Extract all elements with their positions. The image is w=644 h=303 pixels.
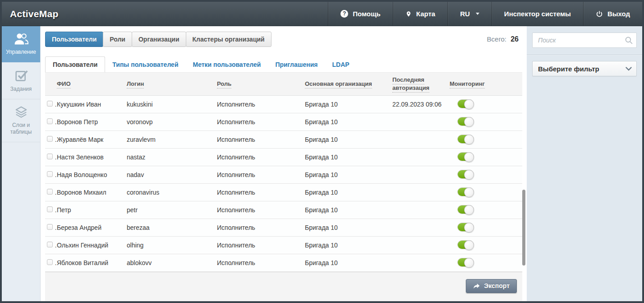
filter-select[interactable]: Выберите фильтр bbox=[532, 61, 637, 76]
chevron-down-icon bbox=[626, 67, 632, 71]
row-checkbox[interactable] bbox=[47, 224, 53, 230]
monitoring-toggle[interactable] bbox=[457, 152, 474, 161]
monitoring-toggle[interactable] bbox=[457, 99, 474, 108]
column-header-last-auth[interactable]: Последняя авторизация bbox=[392, 76, 450, 92]
monitoring-cell bbox=[450, 170, 522, 180]
monitoring-toggle[interactable] bbox=[457, 135, 474, 144]
monitoring-toggle[interactable] bbox=[457, 117, 474, 126]
user-name: Кукушкин Иван bbox=[57, 101, 127, 108]
table-footer: Экспорт bbox=[45, 272, 522, 301]
nav-help[interactable]: ? Помощь bbox=[328, 2, 393, 26]
help-icon: ? bbox=[340, 10, 348, 18]
sidebar-item-management[interactable]: Управление bbox=[2, 26, 40, 62]
table-row[interactable]: Настя Зеленков nastaz Исполнитель Бригад… bbox=[45, 149, 522, 166]
user-role: Исполнитель bbox=[217, 118, 305, 126]
column-header-monitoring[interactable]: Мониторинг bbox=[450, 80, 522, 88]
total-count: Всего: 26 bbox=[487, 35, 519, 43]
monitoring-toggle[interactable] bbox=[457, 223, 474, 232]
subtab-user-labels[interactable]: Метки пользователей bbox=[185, 57, 268, 72]
row-checkbox[interactable] bbox=[47, 101, 53, 107]
nav-language-label: RU bbox=[460, 10, 470, 18]
column-header-login[interactable]: Логин bbox=[127, 80, 217, 88]
user-login: kukuskini bbox=[127, 101, 217, 108]
sidebar-item-label: Управление bbox=[6, 49, 36, 56]
topbar: ActiveMap ? Помощь Карта RU Инспек bbox=[2, 2, 642, 26]
monitoring-toggle[interactable] bbox=[457, 205, 474, 214]
user-role: Исполнитель bbox=[217, 242, 305, 249]
user-login: voronovp bbox=[127, 118, 217, 126]
table-row[interactable]: Кукушкин Иван kukuskini Исполнитель Бриг… bbox=[45, 96, 522, 113]
nav-system-inspector[interactable]: Инспектор системы bbox=[492, 2, 583, 26]
user-login: ablokovv bbox=[127, 259, 217, 266]
subtab-ldap[interactable]: LDAP bbox=[325, 57, 356, 72]
nav-map[interactable]: Карта bbox=[393, 2, 447, 26]
row-checkbox[interactable] bbox=[47, 118, 53, 124]
user-organization: Бригада 10 bbox=[305, 259, 392, 266]
row-checkbox[interactable] bbox=[47, 259, 53, 265]
table-row[interactable]: Воронов Михаил coronavirus Исполнитель Б… bbox=[45, 184, 522, 201]
user-login: berezaa bbox=[127, 224, 217, 231]
row-checkbox-cell bbox=[45, 259, 57, 266]
user-name: Яблоков Виталий bbox=[57, 259, 127, 266]
search-icon[interactable] bbox=[625, 36, 633, 47]
user-organization: Бригада 10 bbox=[305, 206, 392, 214]
panel-divider bbox=[527, 55, 642, 55]
sidebar-item-layers[interactable]: Слои и таблицы bbox=[2, 99, 40, 142]
nav-language-select[interactable]: RU bbox=[447, 2, 492, 26]
nav-logout-label: Выход bbox=[607, 10, 630, 18]
monitoring-toggle[interactable] bbox=[457, 240, 474, 249]
user-login: olhing bbox=[127, 242, 217, 249]
user-organization: Бригада 10 bbox=[305, 242, 392, 249]
monitoring-toggle[interactable] bbox=[457, 187, 474, 196]
table-scrollbar-thumb[interactable] bbox=[522, 190, 525, 266]
search-input[interactable] bbox=[537, 36, 622, 44]
table-row[interactable]: Ольхин Геннадий olhing Исполнитель Брига… bbox=[45, 237, 522, 254]
row-checkbox[interactable] bbox=[47, 154, 53, 159]
sidebar-item-tasks[interactable]: Задания bbox=[2, 62, 40, 99]
nav-logout[interactable]: Выход bbox=[583, 2, 642, 26]
user-name: Журавлёв Марк bbox=[57, 136, 127, 143]
user-organization: Бригада 10 bbox=[305, 136, 392, 143]
export-arrow-icon bbox=[473, 283, 480, 289]
table-row[interactable]: Надя Волощенко nadav Исполнитель Бригада… bbox=[45, 166, 522, 184]
row-checkbox[interactable] bbox=[47, 189, 53, 195]
column-header-role[interactable]: Роль bbox=[217, 80, 305, 88]
row-checkbox[interactable] bbox=[47, 242, 53, 247]
tab-roles[interactable]: Роли bbox=[103, 32, 132, 47]
row-checkbox[interactable] bbox=[47, 136, 53, 142]
user-login: coronavirus bbox=[127, 189, 217, 196]
tab-organization-clusters[interactable]: Кластеры организаций bbox=[186, 32, 271, 47]
row-checkbox[interactable] bbox=[47, 206, 53, 212]
tab-organizations[interactable]: Организации bbox=[132, 32, 186, 47]
row-checkbox[interactable] bbox=[47, 171, 53, 177]
subtab-users[interactable]: Пользователи bbox=[45, 56, 105, 72]
row-checkbox-cell bbox=[45, 242, 57, 249]
column-header-organization[interactable]: Основная организация bbox=[305, 80, 392, 88]
subtab-user-types[interactable]: Типы пользователей bbox=[105, 57, 185, 72]
user-name: Настя Зеленков bbox=[57, 154, 127, 161]
monitoring-cell bbox=[450, 187, 522, 198]
secondary-tabs: Пользователи Типы пользователей Метки по… bbox=[45, 56, 522, 72]
column-header-name[interactable]: ФИО bbox=[57, 80, 127, 88]
user-login: nadav bbox=[127, 171, 217, 178]
table-row[interactable]: Яблоков Виталий ablokovv Исполнитель Бри… bbox=[45, 254, 522, 272]
user-organization: Бригада 10 bbox=[305, 154, 392, 161]
user-organization: Бригада 10 bbox=[305, 118, 392, 126]
user-organization: Бригада 10 bbox=[305, 224, 392, 231]
monitoring-toggle[interactable] bbox=[457, 258, 474, 267]
search-box bbox=[532, 33, 637, 48]
monitoring-cell bbox=[450, 135, 522, 145]
table-row[interactable]: Воронов Петр voronovp Исполнитель Бригад… bbox=[45, 113, 522, 131]
sidebar-item-label: Задания bbox=[10, 86, 32, 93]
map-pin-icon bbox=[405, 10, 412, 18]
monitoring-cell bbox=[450, 240, 522, 251]
sidebar-item-label: Слои и таблицы bbox=[4, 122, 38, 135]
export-button[interactable]: Экспорт bbox=[466, 279, 517, 293]
table-row[interactable]: Береза Андрей berezaa Исполнитель Бригад… bbox=[45, 219, 522, 237]
subtab-invitations[interactable]: Приглашения bbox=[268, 57, 325, 72]
tab-users[interactable]: Пользователи bbox=[45, 32, 103, 47]
table-row[interactable]: Петр petr Исполнитель Бригада 10 bbox=[45, 201, 522, 219]
primary-tabs: Пользователи Роли Организации Кластеры о… bbox=[45, 32, 522, 47]
monitoring-toggle[interactable] bbox=[457, 170, 474, 179]
table-row[interactable]: Журавлёв Марк zuravlevm Исполнитель Бриг… bbox=[45, 131, 522, 149]
